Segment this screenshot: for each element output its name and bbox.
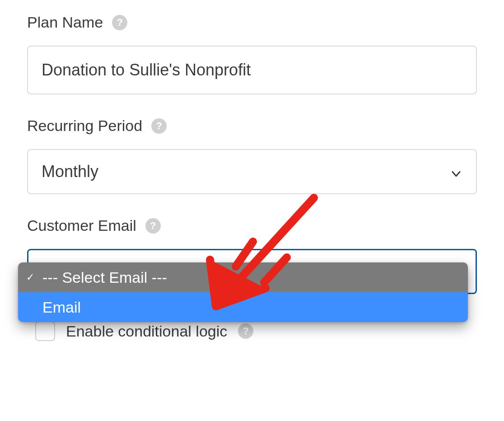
plan-name-input[interactable] (27, 46, 477, 94)
customer-email-field-group: Customer Email ? ✓ --- Select Email --- … (27, 217, 477, 341)
customer-email-dropdown: ✓ --- Select Email --- Email (18, 262, 468, 322)
plan-name-label: Plan Name (27, 14, 103, 31)
check-icon: ✓ (26, 271, 34, 283)
customer-email-select-wrap: ✓ --- Select Email --- Email (27, 249, 477, 294)
dropdown-option-email[interactable]: Email (18, 292, 468, 322)
help-icon[interactable]: ? (145, 218, 161, 234)
customer-email-label: Customer Email (27, 217, 136, 234)
recurring-period-label: Recurring Period (27, 117, 142, 135)
recurring-period-select[interactable]: Monthly (27, 149, 477, 194)
conditional-logic-checkbox[interactable] (35, 321, 55, 341)
recurring-period-field-group: Recurring Period ? Monthly (27, 117, 477, 194)
help-icon[interactable]: ? (112, 15, 127, 30)
dropdown-option-placeholder[interactable]: ✓ --- Select Email --- (18, 262, 468, 292)
recurring-period-label-row: Recurring Period ? (27, 117, 477, 135)
recurring-period-value: Monthly (42, 162, 98, 181)
plan-name-field-group: Plan Name ? (27, 14, 477, 94)
chevron-down-icon (450, 165, 462, 178)
plan-name-label-row: Plan Name ? (27, 14, 477, 31)
help-icon[interactable]: ? (238, 323, 253, 339)
conditional-logic-label: Enable conditional logic (66, 323, 227, 340)
option-label: --- Select Email --- (42, 269, 167, 286)
help-icon[interactable]: ? (151, 118, 167, 134)
customer-email-label-row: Customer Email ? (27, 217, 477, 234)
conditional-logic-row: Enable conditional logic ? (35, 321, 477, 341)
option-label: Email (42, 299, 81, 316)
recurring-period-select-wrap: Monthly (27, 149, 477, 194)
